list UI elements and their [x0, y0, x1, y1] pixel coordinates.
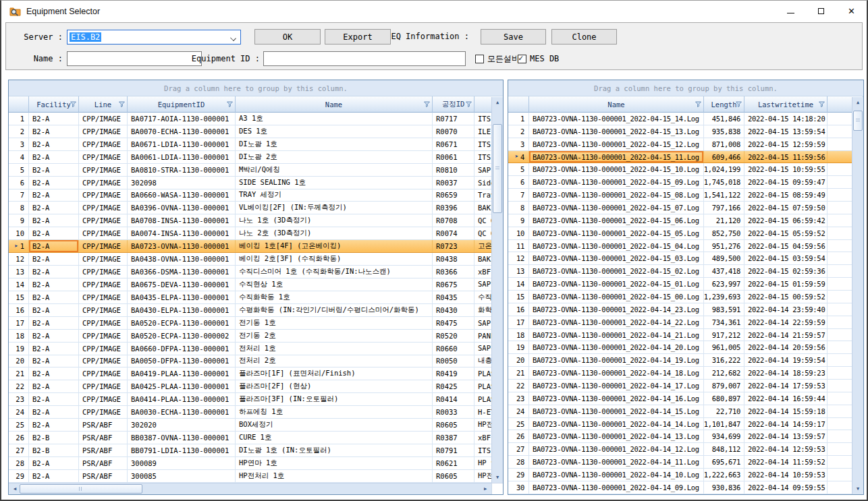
equipment-cell-facility[interactable]: B2-A — [29, 113, 79, 125]
title-bar[interactable]: Equipment Selector ✕ — [1, 1, 867, 22]
equipment-table-row[interactable]: 24B2-ACPP/IMAGEBA0030-ECHA-1130-000001하프… — [9, 406, 503, 419]
right-group-by-band[interactable]: Drag a column here to group by this colu… — [508, 80, 863, 96]
logfile-table-row[interactable]: 14BA0723-OVNA-1130-000001_2022-04-15_01.… — [508, 278, 863, 291]
equipment-table-row[interactable]: 8B2-ACPP/IMAGEBA0396-OVNA-1130-000001VL베… — [9, 202, 503, 214]
minimize-button[interactable] — [776, 1, 806, 22]
equipment-cell-facility[interactable]: B2-A — [29, 138, 79, 150]
equipment-cell-facility[interactable]: B2-A — [29, 189, 79, 202]
equipment-table-row[interactable]: 26B2-BPSR/ABFBB0387-OVNA-1130-000001CURE… — [9, 432, 503, 444]
equipment-cell-facility[interactable]: B2-A — [29, 240, 79, 252]
equipment-cell-line[interactable]: CPP/IMAGE — [79, 304, 128, 316]
filter-funnel-icon[interactable] — [119, 101, 125, 107]
logfile-cell-name[interactable]: BA0723-OVNA-1130-000001_2022-04-14_22.Lo… — [529, 316, 704, 328]
equipment-cell-equipment_id[interactable]: BA0520-ECPA-1130-000001 — [128, 317, 236, 329]
close-button[interactable]: ✕ — [836, 1, 867, 22]
logfile-cell-name[interactable]: BA0723-OVNA-1130-000001_2022-04-14_10.Lo… — [529, 469, 704, 481]
equipment-cell-line[interactable]: CPP/IMAGE — [79, 202, 128, 214]
logfile-table-row[interactable]: 28BA0723-OVNA-1130-000001_2022-04-14_11.… — [508, 456, 863, 469]
left-hscroll-thumb[interactable] — [20, 484, 142, 494]
right-vscroll-thumb[interactable] — [853, 111, 863, 131]
logfile-cell-name[interactable]: BA0723-OVNA-1130-000001_2022-04-14_17.Lo… — [529, 380, 704, 392]
equipment-cell-name[interactable]: 나노 1호 (3D측정기) — [236, 214, 433, 227]
scroll-up-icon[interactable]: ▲ — [492, 97, 503, 108]
equipment-cell-facility[interactable]: B2-A — [29, 227, 79, 239]
equipment-cell-line[interactable]: CPP/IMAGE — [79, 330, 128, 342]
equipment-cell-equipment_id[interactable]: BB0791-LDIA-1130-000001 — [128, 444, 236, 456]
logfile-table-row[interactable]: 25BA0723-OVNA-1130-000001_2022-04-14_14.… — [508, 418, 863, 431]
equipment-cell-facility[interactable]: B2-A — [29, 164, 79, 176]
logfile-cell-lastwritetime[interactable]: 2022-04-15 10:59:55 — [744, 163, 828, 175]
equipment-cell-process_id[interactable]: R0520 — [433, 330, 474, 342]
equipment-cell-equipment_id[interactable]: BA0435-ELPA-1130-000001 — [128, 291, 236, 303]
equipment-cell-line[interactable]: PSR/ABF — [79, 444, 128, 456]
equipment-cell-facility[interactable]: B2-A — [29, 380, 79, 392]
equipment-cell-facility[interactable]: B2-A — [29, 343, 79, 355]
equipment-cell-line[interactable]: CPP/IMAGE — [79, 343, 128, 355]
equipment-cell-line[interactable]: CPP/IMAGE — [79, 138, 128, 150]
equipment-cell-process_id[interactable]: R0475 — [433, 317, 474, 329]
equipment-cell-process_id[interactable]: R0435 — [433, 291, 474, 303]
equipment-cell-equipment_id[interactable]: 302098 — [128, 177, 236, 189]
equipment-cell-equipment_id[interactable]: BA0366-DSMA-1130-000001 — [128, 266, 236, 278]
right-vertical-scrollbar[interactable]: ▲ ▼ — [852, 97, 863, 494]
equipment-table-row[interactable]: 23B2-ACPP/IMAGEBA0414-PLAA-1130-000001플라… — [9, 393, 503, 406]
equipment-cell-equipment_id[interactable]: BA0396-OVNA-1130-000001 — [128, 202, 236, 214]
header-lastwritetime[interactable]: Lastwritetime — [744, 96, 828, 113]
equipment-cell-facility[interactable]: B2-A — [29, 470, 79, 482]
logfile-cell-lastwritetime[interactable]: 2022-04-15 07:59:50 — [744, 202, 828, 214]
equipment-table-row[interactable]: 17B2-ACPP/IMAGEBA0520-ECPA-1130-000001전기… — [9, 317, 503, 330]
logfile-cell-name[interactable]: BA0723-OVNA-1130-000001_2022-04-15_13.Lo… — [529, 125, 704, 138]
maximize-button[interactable] — [806, 1, 836, 22]
logfile-table-row[interactable]: 22BA0723-OVNA-1130-000001_2022-04-14_17.… — [508, 380, 863, 392]
equipment-cell-name[interactable]: 나노 2호 (3D측정기) — [236, 227, 433, 239]
logfile-table-row[interactable]: 5BA0723-OVNA-1130-000001_2022-04-15_10.L… — [508, 163, 863, 176]
logfile-cell-lastwritetime[interactable]: 2022-04-14 22:59:59 — [744, 316, 828, 328]
header-log-name[interactable]: Name — [529, 96, 704, 113]
logfile-cell-lastwritetime[interactable]: 2022-04-15 09:59:47 — [744, 176, 828, 188]
equipment-table-row[interactable]: 2B2-ACPP/IMAGEBA0070-ECHA-1130-000001DES… — [9, 125, 503, 138]
equipment-cell-equipment_id[interactable]: 300085 — [128, 470, 236, 482]
equipment-cell-facility[interactable]: B2-A — [29, 253, 79, 265]
equipment-cell-line[interactable]: CPP/IMAGE — [79, 227, 128, 239]
equipment-cell-process_id[interactable]: R0717 — [433, 113, 474, 125]
equipment-cell-process_id[interactable]: R0659 — [433, 189, 474, 202]
logfile-cell-lastwritetime[interactable]: 2022-04-14 12:59:53 — [744, 443, 828, 455]
header-process-id[interactable]: 공정ID — [433, 96, 474, 113]
equipment-cell-name[interactable]: CURE 1호 — [236, 432, 433, 444]
equipment-cell-equipment_id[interactable]: BA0061-LDIA-1130-000001 — [128, 151, 236, 163]
logfile-table-row[interactable]: 1BA0723-OVNA-1130-000001_2022-04-15_14.L… — [508, 113, 863, 125]
scroll-down-icon[interactable]: ▼ — [852, 483, 863, 494]
equipment-table-row[interactable]: 10B2-ACPP/IMAGEBA0074-INSA-1130-000001나노… — [9, 227, 503, 240]
logfile-cell-lastwritetime[interactable]: 2022-04-15 03:59:54 — [744, 252, 828, 264]
filter-funnel-icon[interactable] — [227, 101, 233, 107]
logfile-cell-length[interactable]: 1,239,693 — [704, 291, 744, 303]
logfile-cell-name[interactable]: BA0723-OVNA-1130-000001_2022-04-14_18.Lo… — [529, 367, 704, 379]
equipment-cell-line[interactable]: CPP/IMAGE — [79, 113, 128, 125]
logfile-cell-length[interactable]: 1,222,663 — [704, 469, 744, 481]
equipment-cell-process_id[interactable]: R0605 — [433, 470, 474, 482]
equipment-cell-name[interactable]: 플라즈마[2F] (현상) — [236, 380, 433, 392]
equipment-cell-name[interactable]: 베이킹 2호[3F] (수직화학동) — [236, 253, 433, 265]
logfile-cell-name[interactable]: BA0723-OVNA-1130-000001_2022-04-14_21.Lo… — [529, 329, 704, 341]
equipment-cell-process_id[interactable]: R0366 — [433, 266, 474, 278]
logfile-cell-lastwritetime[interactable]: 2022-04-15 04:59:56 — [744, 240, 828, 252]
equipment-cell-facility[interactable]: B2-A — [29, 177, 79, 189]
logfile-table-row[interactable]: 12BA0723-OVNA-1130-000001_2022-04-15_03.… — [508, 252, 863, 265]
logfile-cell-name[interactable]: BA0723-OVNA-1130-000001_2022-04-14_09.Lo… — [529, 481, 704, 494]
equipment-cell-line[interactable]: CPP/IMAGE — [79, 125, 128, 138]
equipment-cell-name[interactable]: 전기동 2호 — [236, 330, 433, 342]
equipment-cell-name[interactable]: TRAY 세정기 — [236, 189, 433, 202]
logfile-table-row[interactable]: 2BA0723-OVNA-1130-000001_2022-04-15_13.L… — [508, 125, 863, 138]
equipment-cell-equipment_id[interactable]: BA0723-OVNA-1130-000001 — [128, 240, 236, 252]
logfile-cell-name[interactable]: BA0723-OVNA-1130-000001_2022-04-14_14.Lo… — [529, 418, 704, 430]
logfile-cell-length[interactable]: 437,418 — [704, 265, 744, 277]
logfile-cell-lastwritetime[interactable]: 2022-04-15 12:59:59 — [744, 138, 828, 150]
equipment-cell-equipment_id[interactable]: BA0074-INSA-1130-000001 — [128, 227, 236, 239]
equipment-cell-name[interactable]: 플라즈마[3F] (IN:오토필러) — [236, 393, 433, 405]
save-button[interactable]: Save — [481, 29, 546, 45]
logfile-cell-length[interactable]: 609,466 — [704, 151, 744, 163]
header-length[interactable]: Length — [704, 96, 744, 113]
equipment-cell-facility[interactable]: B2-A — [29, 266, 79, 278]
logfile-cell-lastwritetime[interactable]: 2022-04-14 20:59:56 — [744, 341, 828, 353]
logfile-cell-length[interactable]: 871,008 — [704, 138, 744, 150]
